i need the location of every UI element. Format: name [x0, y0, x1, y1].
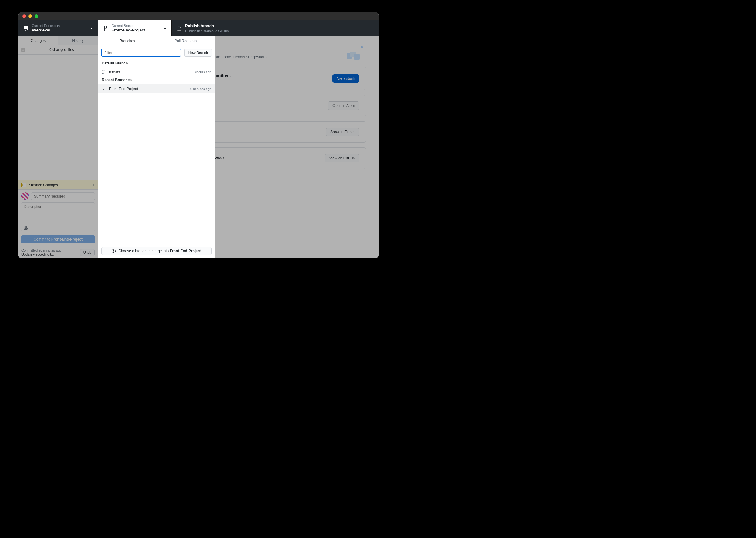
tab-branches[interactable]: Branches [98, 36, 157, 45]
stashed-changes[interactable]: Stashed Changes [18, 180, 98, 189]
view-github-button[interactable]: View on GitHub [325, 154, 359, 162]
illustration [345, 45, 366, 61]
publish-branch-button[interactable]: Publish branch Publish this branch to Gi… [172, 20, 245, 36]
publish-desc: Publish this branch to GitHub [185, 29, 240, 33]
changes-count: 0 changed files [29, 48, 95, 52]
minimize-window-button[interactable] [29, 14, 32, 18]
branch-time: 20 minutes ago [189, 87, 212, 91]
svg-rect-0 [23, 184, 25, 186]
last-commit-message: Update webcoding.txt [22, 252, 80, 256]
branch-name: Front-End-Project [109, 87, 189, 91]
changes-list [18, 55, 98, 180]
repo-icon [23, 26, 28, 31]
merge-icon [112, 249, 116, 253]
titlebar [18, 12, 379, 20]
close-window-button[interactable] [22, 14, 26, 18]
branch-label: Current Branch [111, 24, 163, 28]
changes-header: 0 changed files [18, 45, 98, 55]
add-coauthor-icon[interactable] [24, 226, 29, 231]
chevron-right-icon [92, 184, 95, 187]
branch-icon [102, 70, 107, 74]
show-finder-button[interactable]: Show in Finder [326, 128, 359, 136]
recent-branches-label: Recent Branches [98, 77, 215, 84]
last-commit: Committed 20 minutes ago Update webcodin… [18, 246, 98, 258]
default-branch-label: Default Branch [98, 60, 215, 67]
summary-input[interactable] [31, 192, 95, 200]
branch-icon [103, 26, 108, 31]
avatar [21, 192, 29, 200]
sidebar-tabs: Changes History [18, 36, 98, 45]
view-stash-button[interactable]: View stash [333, 74, 359, 83]
svg-rect-3 [354, 54, 360, 60]
last-commit-time: Committed 20 minutes ago [22, 248, 80, 252]
description-input[interactable] [21, 202, 95, 232]
branch-name: master [109, 70, 194, 74]
repo-label: Current Repository [32, 24, 90, 28]
stashed-label: Stashed Changes [29, 183, 58, 187]
repo-name: everdevel [32, 28, 90, 33]
publish-icon [177, 26, 181, 31]
tab-changes[interactable]: Changes [18, 36, 58, 45]
branch-dropdown: Branches Pull Requests New Branch Defaul… [98, 36, 215, 258]
merge-branch-button[interactable]: Choose a branch to merge into Front-End-… [101, 247, 212, 255]
new-branch-button[interactable]: New Branch [184, 49, 212, 57]
branch-item-master[interactable]: master 3 hours ago [98, 67, 215, 77]
undo-button[interactable]: Undo [80, 249, 95, 256]
select-all-checkbox[interactable] [22, 48, 25, 52]
tab-pull-requests[interactable]: Pull Requests [157, 36, 216, 45]
maximize-window-button[interactable] [34, 14, 38, 18]
stash-icon [22, 183, 26, 188]
open-editor-button[interactable]: Open in Atom [328, 101, 359, 110]
chevron-down-icon [90, 27, 93, 30]
chevron-up-icon [163, 27, 166, 30]
branch-item-front-end-project[interactable]: Front-End-Project 20 minutes ago [98, 84, 215, 93]
commit-form: Commit to Front-End-Project [18, 189, 98, 246]
tab-history[interactable]: History [58, 36, 98, 45]
repository-selector[interactable]: Current Repository everdevel [18, 20, 98, 36]
branch-selector[interactable]: Current Branch Front-End-Project [98, 20, 172, 36]
branch-time: 3 hours ago [194, 70, 212, 74]
publish-label: Publish branch [185, 24, 240, 29]
app-window: Current Repository everdevel Current Bra… [18, 12, 379, 258]
commit-button[interactable]: Commit to Front-End-Project [21, 236, 95, 243]
filter-input[interactable] [101, 49, 181, 57]
check-icon [102, 87, 107, 91]
sidebar: Changes History 0 changed files Stashed … [18, 36, 98, 258]
toolbar: Current Repository everdevel Current Bra… [18, 20, 379, 36]
branch-name: Front-End-Project [111, 28, 163, 33]
